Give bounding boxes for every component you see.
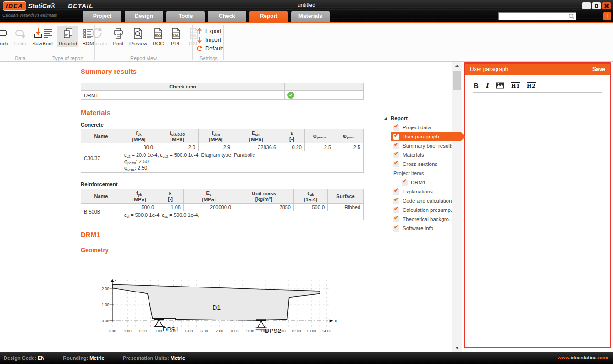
undo-button[interactable]: Undo bbox=[0, 26, 11, 47]
svg-text:DPS2: DPS2 bbox=[265, 327, 281, 334]
checkbox[interactable]: ✔ bbox=[393, 189, 399, 195]
svg-text:z: z bbox=[115, 277, 117, 282]
tab-design[interactable]: Design bbox=[125, 11, 163, 22]
tree-item-software-info[interactable]: ✔ Software info bbox=[384, 224, 458, 233]
concrete-values-row: C30/37 30.0 2.0 2.9 32836.6 0.20 2.5 2.5 bbox=[81, 143, 364, 151]
search-icon bbox=[569, 13, 574, 19]
checkbox[interactable]: ✔ bbox=[393, 161, 399, 167]
title-bar: IDEA StatiCa® DETAIL Calculate yesterday… bbox=[0, 0, 613, 22]
reinforcement-subheading: Reinforcement bbox=[81, 182, 118, 187]
checkbox[interactable]: ✔ bbox=[393, 226, 399, 232]
presentation-units-status: Presentation Units: Metric bbox=[123, 355, 185, 361]
export-arrow-icon bbox=[196, 28, 203, 35]
checkbox[interactable]: ✔ bbox=[402, 180, 408, 186]
checkbox[interactable]: ✔ bbox=[393, 143, 399, 149]
tab-project[interactable]: Project bbox=[83, 11, 121, 22]
heading1-button[interactable]: H1 bbox=[511, 82, 520, 89]
check-icon: ✔ bbox=[394, 196, 398, 203]
checkbox[interactable]: ✔ bbox=[393, 216, 399, 222]
website-link[interactable]: www.ideastatica.com bbox=[558, 355, 608, 360]
preview-icon bbox=[131, 27, 145, 40]
tree-root-report[interactable]: Report bbox=[384, 113, 458, 123]
svg-text:DOC: DOC bbox=[155, 33, 161, 36]
scroll-down-icon bbox=[455, 347, 459, 349]
export-button[interactable]: Export bbox=[196, 27, 223, 35]
tab-report[interactable]: Report bbox=[249, 11, 288, 22]
svg-text:7.00: 7.00 bbox=[216, 329, 224, 333]
bold-button[interactable]: B bbox=[474, 82, 479, 89]
svg-text:x: x bbox=[335, 318, 337, 323]
concrete-header-row: Name fck[MPa] fctk,0.05[MPa] fctm[MPa] E… bbox=[81, 129, 364, 143]
summary-col-check-item: Check item bbox=[81, 83, 285, 91]
close-icon bbox=[604, 4, 609, 8]
pdf-export-button[interactable]: PDF PDF bbox=[168, 26, 184, 47]
scroll-up-button[interactable] bbox=[452, 62, 462, 70]
close-button[interactable] bbox=[602, 2, 611, 9]
tree-item-project-data[interactable]: ✔ Project data bbox=[384, 123, 458, 132]
expander-icon[interactable] bbox=[384, 116, 387, 120]
check-icon: ✔ bbox=[394, 224, 398, 230]
tree-item-calculation-presumptions[interactable]: ✔ Calculation presump... bbox=[384, 205, 458, 215]
search-input[interactable] bbox=[498, 12, 576, 20]
checkbox[interactable]: ✔ bbox=[393, 207, 399, 213]
tree-item-cross-sections[interactable]: ✔ Cross-sections bbox=[384, 160, 458, 169]
doc-export-button[interactable]: DOC DOC bbox=[150, 26, 166, 47]
svg-text:DPS1: DPS1 bbox=[163, 326, 179, 333]
tree-item-explanations[interactable]: ✔ Explanations bbox=[384, 187, 458, 196]
tree-item-theoretical-background[interactable]: ✔ Theoretical backgro... bbox=[384, 215, 458, 224]
minimize-button[interactable] bbox=[582, 2, 591, 9]
import-button[interactable]: Import bbox=[196, 35, 223, 44]
scrollbar-thumb[interactable] bbox=[453, 71, 461, 90]
brief-icon bbox=[41, 27, 55, 40]
scroll-down-button[interactable] bbox=[452, 344, 462, 352]
svg-text:13.00: 13.00 bbox=[307, 329, 317, 333]
tree-item-code-and-calculation[interactable]: ✔ Code and calculation... bbox=[384, 196, 458, 205]
check-icon: ✔ bbox=[394, 215, 398, 221]
default-button[interactable]: Default bbox=[196, 44, 223, 53]
svg-text:3.00: 3.00 bbox=[155, 329, 162, 333]
tree-group-project-items: Project items bbox=[384, 169, 458, 178]
undo-icon bbox=[0, 27, 9, 40]
app-window: IDEA StatiCa® DETAIL Calculate yesterday… bbox=[0, 0, 613, 364]
geometry-figure: 0.001.002.003.004.005.006.007.008.009.00… bbox=[88, 270, 369, 342]
insert-image-button[interactable] bbox=[496, 82, 504, 89]
concrete-detail-row: εc2 = 20.0 1e-4, εcu2 = 500.0 1e-4, Diag… bbox=[81, 151, 364, 173]
ribbon: Undo Redo Save bbox=[0, 23, 613, 62]
user-paragraph-panel: User paragraph Save B I H1 H2 bbox=[464, 62, 611, 348]
tab-check[interactable]: Check bbox=[208, 11, 246, 22]
redo-icon bbox=[13, 27, 27, 40]
panel-save-button[interactable]: Save bbox=[592, 66, 605, 72]
tree-item-user-paragraph[interactable]: ✔ User paragraph bbox=[384, 132, 458, 141]
rounding-status: Rounding: Metric bbox=[63, 355, 104, 361]
content-scrollbar[interactable] bbox=[452, 62, 462, 352]
checkbox[interactable]: ✔ bbox=[393, 134, 399, 140]
concrete-name-cell: C30/37 bbox=[81, 143, 121, 173]
checkbox[interactable]: ✔ bbox=[393, 125, 399, 131]
reinforcement-values-row: B 500B 500.0 1.08 200000.0 7850 500.0 Ri… bbox=[81, 204, 364, 211]
checkbox[interactable]: ✔ bbox=[393, 152, 399, 158]
checkbox[interactable]: ✔ bbox=[393, 198, 399, 204]
detailed-button[interactable]: Detailed bbox=[57, 26, 78, 47]
preview-button[interactable]: Preview bbox=[128, 26, 149, 47]
tab-tools[interactable]: Tools bbox=[166, 11, 205, 22]
maximize-icon bbox=[595, 4, 598, 8]
tree-item-materials[interactable]: ✔ Materials bbox=[384, 150, 458, 160]
maximize-button[interactable] bbox=[592, 2, 601, 9]
user-paragraph-editor[interactable] bbox=[473, 93, 602, 341]
svg-text:6.00: 6.00 bbox=[200, 329, 208, 333]
svg-text:8.00: 8.00 bbox=[231, 329, 239, 333]
minimize-icon bbox=[585, 6, 588, 6]
svg-text:2.00: 2.00 bbox=[102, 287, 110, 291]
brief-button[interactable]: Brief bbox=[39, 26, 56, 47]
tree-item-summary-brief-results[interactable]: ✔ Summary brief results bbox=[384, 141, 458, 150]
ribbon-group-settings: Export Import Default Sett bbox=[194, 23, 223, 62]
tree-item-drm1[interactable]: ✔ DRM1 bbox=[384, 178, 458, 187]
print-button[interactable]: Print bbox=[110, 26, 127, 47]
ribbon-separator bbox=[192, 25, 193, 60]
generate-icon bbox=[90, 27, 104, 40]
italic-button[interactable]: I bbox=[486, 81, 489, 89]
heading2-button[interactable]: H2 bbox=[527, 82, 536, 89]
info-button[interactable]: i bbox=[603, 12, 611, 20]
tab-materials[interactable]: Materials bbox=[291, 11, 330, 22]
summary-col-status bbox=[285, 83, 364, 91]
